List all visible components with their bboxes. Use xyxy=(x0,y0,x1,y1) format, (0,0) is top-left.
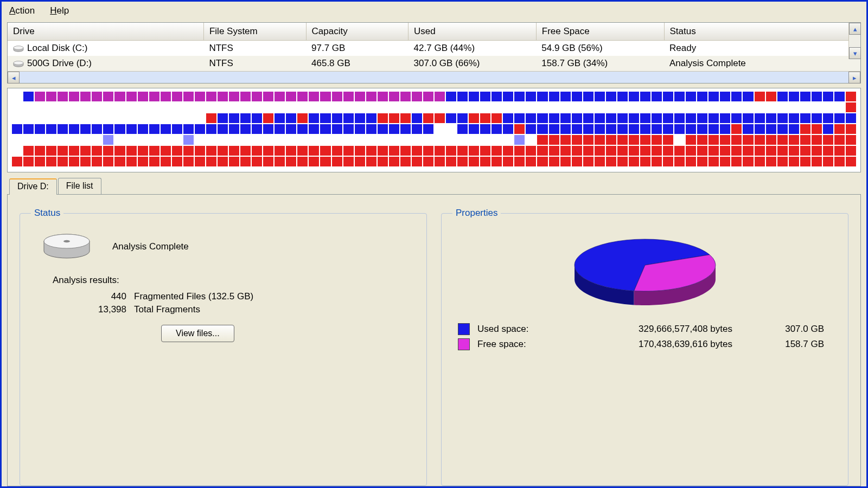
drive-list-vscroll[interactable]: ▴ ▾ xyxy=(848,23,860,59)
frag-cell xyxy=(263,92,273,101)
scroll-down-icon[interactable]: ▾ xyxy=(849,47,861,59)
frag-cell xyxy=(617,157,628,166)
frag-cell xyxy=(355,102,365,112)
capacity-legend: Used space: 329,666,577,408 bytes 307.0 … xyxy=(452,320,837,354)
frag-cell xyxy=(161,113,171,123)
frag-cell xyxy=(126,102,137,112)
frag-cell xyxy=(743,146,753,156)
frag-cell xyxy=(595,113,605,123)
tab-file-list[interactable]: File list xyxy=(58,178,101,194)
frag-cell xyxy=(114,102,125,112)
frag-cell xyxy=(789,157,799,166)
frag-cell xyxy=(195,102,205,112)
col-drive[interactable]: Drive xyxy=(8,23,203,41)
drive-list-hscroll[interactable]: ◂ ▸ xyxy=(8,71,860,83)
frag-cell xyxy=(846,157,856,166)
frag-cell xyxy=(457,102,468,112)
frag-cell xyxy=(503,92,513,101)
frag-cell xyxy=(389,113,399,123)
frag-cell xyxy=(686,113,696,123)
frag-cell xyxy=(743,124,753,134)
frag-cell xyxy=(240,135,251,145)
frag-cell xyxy=(663,157,673,166)
frag-cell xyxy=(138,102,148,112)
frag-cell xyxy=(183,102,194,112)
frag-cell xyxy=(355,135,365,145)
frag-cell xyxy=(834,102,845,112)
frag-cell xyxy=(492,92,502,101)
frag-cell xyxy=(355,124,365,134)
frag-cell xyxy=(766,124,776,134)
frag-cell xyxy=(378,146,388,156)
scroll-right-icon[interactable]: ▸ xyxy=(848,72,860,84)
frag-cell xyxy=(161,124,171,134)
frag-cell xyxy=(514,157,525,166)
frag-cell xyxy=(423,102,433,112)
frag-cell xyxy=(80,146,91,156)
frag-cell xyxy=(103,157,113,166)
drive-table[interactable]: Drive File System Capacity Used Free Spa… xyxy=(8,23,860,71)
frag-cell xyxy=(446,102,456,112)
frag-cell xyxy=(320,102,330,112)
frag-cell xyxy=(503,135,513,145)
frag-cell xyxy=(777,102,788,112)
frag-cell xyxy=(149,157,159,166)
frag-cell xyxy=(800,113,810,123)
frag-cell xyxy=(366,157,376,166)
frag-cell xyxy=(218,135,228,145)
col-capacity[interactable]: Capacity xyxy=(306,23,409,41)
frag-cell xyxy=(709,124,719,134)
fragmented-files-count: 440 xyxy=(78,291,126,302)
col-status[interactable]: Status xyxy=(664,23,860,41)
menu-help[interactable]: Help xyxy=(46,4,73,17)
frag-cell xyxy=(69,124,79,134)
frag-cell xyxy=(46,102,56,112)
frag-cell xyxy=(663,124,673,134)
frag-cell xyxy=(332,157,342,166)
frag-cell xyxy=(161,135,171,145)
frag-cell xyxy=(789,146,799,156)
legend-row-free: Free space: 170,438,639,616 bytes 158.7 … xyxy=(458,338,832,350)
col-used[interactable]: Used xyxy=(409,23,537,41)
frag-cell xyxy=(378,124,388,134)
col-free[interactable]: Free Space xyxy=(536,23,664,41)
frag-cell xyxy=(240,146,251,156)
frag-cell xyxy=(789,92,799,101)
frag-cell xyxy=(549,113,559,123)
status-legend: Status xyxy=(31,208,63,219)
drive-row[interactable]: 500G Drive (D:)NTFS465.8 GB307.0 GB (66%… xyxy=(8,56,860,71)
frag-cell xyxy=(526,146,536,156)
frag-cell xyxy=(297,157,308,166)
frag-cell xyxy=(92,146,102,156)
frag-cell xyxy=(640,135,650,145)
drive-row[interactable]: Local Disk (C:)NTFS97.7 GB42.7 GB (44%)5… xyxy=(8,41,860,56)
scroll-up-icon[interactable]: ▴ xyxy=(849,23,861,35)
frag-cell xyxy=(378,113,388,123)
frag-cell xyxy=(366,92,376,101)
col-filesystem[interactable]: File System xyxy=(203,23,306,41)
menu-action[interactable]: Action xyxy=(5,4,39,17)
frag-cell xyxy=(240,124,251,134)
frag-cell xyxy=(469,135,479,145)
frag-cell xyxy=(309,146,319,156)
frag-cell xyxy=(686,146,696,156)
frag-cell xyxy=(686,92,696,101)
frag-cell xyxy=(755,113,765,123)
scroll-left-icon[interactable]: ◂ xyxy=(8,72,20,84)
frag-cell xyxy=(731,113,742,123)
tab-drive-d[interactable]: Drive D: xyxy=(9,178,57,195)
free-label: Free space: xyxy=(477,339,570,350)
frag-cell xyxy=(263,113,273,123)
frag-cell xyxy=(378,102,388,112)
frag-cell xyxy=(35,146,45,156)
view-files-button[interactable]: View files... xyxy=(161,325,234,342)
frag-cell xyxy=(777,146,788,156)
frag-cell xyxy=(743,113,753,123)
frag-cell xyxy=(195,124,205,134)
frag-cell xyxy=(161,146,171,156)
frag-cell xyxy=(435,113,445,123)
frag-cell xyxy=(572,102,582,112)
frag-cell xyxy=(320,124,330,134)
frag-cell xyxy=(492,113,502,123)
status-group: Status Analysis Complete Analysis result… xyxy=(20,208,427,486)
